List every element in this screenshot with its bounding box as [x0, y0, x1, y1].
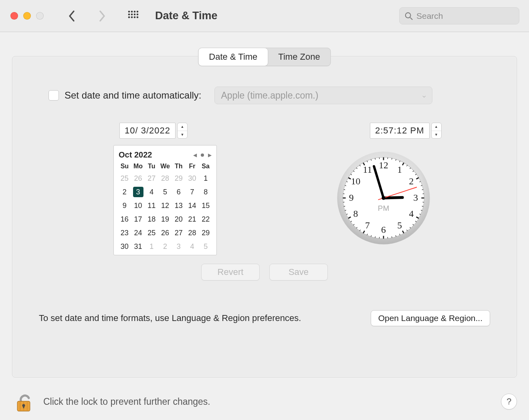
calendar-dow: Fr	[186, 163, 199, 170]
stepper-up-icon[interactable]: ▲	[178, 123, 187, 131]
svg-point-6	[134, 13, 136, 15]
calendar-day[interactable]: 3	[131, 187, 145, 197]
auto-time-row: Set date and time automatically: Apple (…	[48, 87, 448, 104]
calendar-grid: SuMoTuWeThFrSa25262728293012345678910111…	[118, 163, 212, 252]
calendar-day[interactable]: 10	[131, 200, 145, 211]
svg-point-12	[406, 12, 411, 18]
open-language-region-button[interactable]: Open Language & Region...	[371, 310, 490, 326]
time-field[interactable]: 2:57:12 PM	[370, 123, 430, 139]
calendar-month-year: Oct 2022	[119, 150, 152, 160]
time-stepper-arrows[interactable]: ▲ ▼	[431, 123, 442, 139]
calendar-day[interactable]: 12	[158, 200, 172, 211]
save-button[interactable]: Save	[269, 264, 328, 281]
back-button[interactable]	[68, 9, 77, 23]
calendar-day: 5	[199, 241, 212, 252]
stepper-down-icon[interactable]: ▼	[432, 131, 441, 139]
calendar-day[interactable]: 16	[118, 214, 131, 224]
analog-clock: 121234567891011 PM	[336, 151, 431, 245]
svg-line-48	[375, 236, 376, 238]
stepper-down-icon[interactable]: ▼	[178, 131, 187, 139]
calendar-day[interactable]: 22	[199, 214, 212, 224]
calendar-day[interactable]: 29	[199, 228, 212, 238]
calendar-day[interactable]: 28	[186, 228, 199, 238]
stepper-up-icon[interactable]: ▲	[432, 123, 441, 131]
svg-text:4: 4	[409, 208, 414, 219]
calendar-day[interactable]: 25	[145, 228, 158, 238]
calendar-dow: Th	[172, 163, 186, 170]
prefs-nav-buttons	[68, 9, 106, 23]
svg-point-7	[137, 13, 139, 15]
date-time-row: 10/ 3/2022 ▲ ▼ Oct 2022 ◀ ▶	[12, 123, 517, 139]
svg-text:1: 1	[397, 164, 402, 175]
calendar-day[interactable]: 24	[131, 228, 145, 238]
date-stepper-arrows[interactable]: ▲ ▼	[177, 123, 188, 139]
svg-point-8	[128, 16, 130, 18]
svg-text:2: 2	[409, 176, 414, 186]
window-zoom-button[interactable]	[36, 12, 44, 20]
show-all-prefs-button[interactable]	[126, 9, 141, 23]
help-button[interactable]: ?	[501, 394, 517, 410]
calendar-header: Oct 2022 ◀ ▶	[118, 149, 212, 163]
svg-point-3	[137, 10, 139, 12]
svg-text:9: 9	[349, 192, 354, 203]
date-field[interactable]: 10/ 3/2022	[119, 123, 176, 139]
calendar-dow: Mo	[131, 163, 145, 170]
svg-text:12: 12	[379, 160, 388, 170]
window-titlebar: Date & Time Search	[0, 0, 529, 32]
calendar-day[interactable]: 18	[145, 214, 158, 224]
svg-point-5	[131, 13, 133, 15]
calendar-day[interactable]: 5	[158, 187, 172, 197]
tab-date-time[interactable]: Date & Time	[198, 48, 268, 66]
svg-point-9	[131, 16, 133, 18]
window-close-button[interactable]	[10, 12, 18, 20]
time-server-select[interactable]: Apple (time.apple.com.) ⌵	[214, 87, 432, 104]
traffic-lights	[10, 12, 44, 20]
calendar-day[interactable]: 8	[199, 187, 212, 197]
calendar-day[interactable]: 9	[118, 200, 131, 211]
calendar-day: 1	[145, 241, 158, 252]
search-field[interactable]: Search	[399, 7, 519, 24]
calendar-day: 26	[131, 173, 145, 184]
revert-button[interactable]: Revert	[201, 264, 260, 281]
svg-text:3: 3	[413, 192, 418, 203]
calendar: Oct 2022 ◀ ▶ SuMoTuWeThFrSa2526272829301…	[113, 145, 217, 255]
svg-text:5: 5	[397, 220, 402, 230]
lock-button[interactable]	[12, 390, 35, 413]
date-stepper[interactable]: 10/ 3/2022 ▲ ▼	[119, 123, 341, 139]
calendar-day[interactable]: 2	[118, 187, 131, 197]
language-region-row: To set date and time formats, use Langua…	[39, 310, 490, 326]
calendar-day[interactable]: 23	[118, 228, 131, 238]
calendar-day[interactable]: 4	[145, 187, 158, 197]
calendar-day[interactable]: 15	[199, 200, 212, 211]
svg-line-29	[422, 190, 423, 190]
calendar-day[interactable]: 31	[131, 241, 145, 252]
calendar-dow: Sa	[199, 163, 212, 170]
auto-time-checkbox[interactable]	[48, 90, 59, 101]
tab-time-zone[interactable]: Time Zone	[268, 48, 330, 66]
calendar-day[interactable]: 14	[186, 200, 199, 211]
calendar-day[interactable]: 13	[172, 200, 186, 211]
calendar-prev-month[interactable]: ◀	[193, 152, 197, 158]
window-minimize-button[interactable]	[23, 12, 31, 20]
calendar-day[interactable]: 17	[131, 214, 145, 224]
calendar-day: 25	[118, 173, 131, 184]
calendar-day[interactable]: 7	[186, 187, 199, 197]
time-stepper[interactable]: 2:57:12 PM ▲ ▼	[370, 123, 517, 139]
calendar-day[interactable]: 21	[186, 214, 199, 224]
calendar-day[interactable]: 20	[172, 214, 186, 224]
calendar-day[interactable]: 26	[158, 228, 172, 238]
lock-hint: Click the lock to prevent further change…	[43, 396, 210, 407]
chevron-down-icon: ⌵	[422, 92, 426, 99]
calendar-day[interactable]: 19	[158, 214, 172, 224]
calendar-next-month[interactable]: ▶	[208, 152, 212, 158]
calendar-day[interactable]: 1	[199, 173, 212, 184]
calendar-today-button[interactable]	[201, 153, 204, 157]
calendar-day[interactable]: 11	[145, 200, 158, 211]
auto-time-label: Set date and time automatically:	[65, 90, 202, 101]
svg-text:10: 10	[351, 176, 361, 186]
calendar-day[interactable]: 27	[172, 228, 186, 238]
calendar-dow: Su	[118, 163, 131, 170]
calendar-day[interactable]: 30	[118, 241, 131, 252]
svg-line-63	[344, 190, 345, 190]
calendar-day[interactable]: 6	[172, 187, 186, 197]
